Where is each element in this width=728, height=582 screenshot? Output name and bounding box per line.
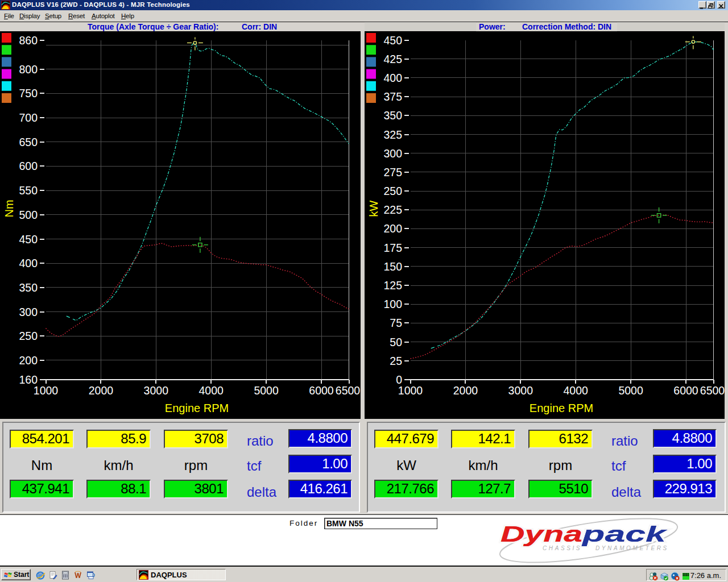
svg-text:3000: 3000: [144, 384, 169, 397]
svg-text:3000: 3000: [508, 384, 533, 397]
svg-text:50: 50: [390, 336, 402, 348]
svg-text:750: 750: [19, 87, 38, 99]
svg-text:300: 300: [19, 306, 38, 318]
svg-text:4000: 4000: [199, 384, 224, 397]
svg-text:6500: 6500: [336, 384, 361, 397]
svg-text:425: 425: [383, 53, 402, 65]
svg-text:200: 200: [19, 354, 38, 367]
svg-text:150: 150: [383, 260, 402, 273]
svg-text:25: 25: [390, 355, 402, 367]
svg-text:250: 250: [19, 330, 38, 342]
svg-text:5000: 5000: [254, 384, 279, 397]
svg-text:300: 300: [383, 147, 402, 160]
svg-text:kW: kW: [367, 200, 380, 217]
svg-text:1000: 1000: [34, 384, 59, 397]
svg-text:450: 450: [383, 34, 402, 47]
svg-text:2000: 2000: [453, 384, 478, 397]
svg-text:800: 800: [19, 63, 38, 76]
svg-text:1000: 1000: [398, 384, 423, 397]
svg-text:650: 650: [19, 136, 38, 148]
svg-text:Nm: Nm: [3, 199, 15, 217]
svg-text:600: 600: [19, 160, 38, 172]
svg-text:350: 350: [19, 281, 38, 294]
svg-text:275: 275: [383, 166, 402, 178]
svg-text:400: 400: [19, 257, 38, 269]
svg-text:250: 250: [383, 185, 402, 197]
svg-text:450: 450: [19, 233, 38, 246]
svg-text:Engine RPM: Engine RPM: [530, 402, 593, 414]
svg-text:DYNAMOMETERS: DYNAMOMETERS: [595, 545, 669, 551]
svg-text:200: 200: [383, 222, 402, 235]
svg-text:4000: 4000: [564, 384, 589, 397]
svg-text:400: 400: [383, 72, 402, 84]
svg-text:2000: 2000: [89, 384, 114, 397]
svg-text:5000: 5000: [618, 384, 643, 397]
svg-text:Dyna: Dyna: [500, 522, 582, 546]
svg-text:225: 225: [383, 203, 402, 216]
svg-text:Engine RPM: Engine RPM: [165, 402, 229, 414]
svg-text:100: 100: [383, 298, 402, 310]
svg-text:125: 125: [383, 279, 402, 292]
svg-text:375: 375: [383, 90, 402, 103]
svg-text:550: 550: [19, 184, 38, 197]
svg-text:175: 175: [383, 242, 402, 254]
svg-text:6000: 6000: [309, 384, 334, 397]
svg-text:6500: 6500: [700, 384, 725, 397]
svg-text:CHASSIS: CHASSIS: [543, 545, 582, 551]
svg-text:6000: 6000: [673, 384, 698, 397]
svg-text:500: 500: [19, 209, 38, 221]
svg-text:350: 350: [383, 109, 402, 122]
svg-text:pack: pack: [581, 522, 668, 546]
svg-text:325: 325: [383, 128, 402, 141]
svg-text:75: 75: [390, 317, 402, 329]
svg-text:860: 860: [19, 34, 38, 47]
svg-text:700: 700: [19, 111, 38, 124]
